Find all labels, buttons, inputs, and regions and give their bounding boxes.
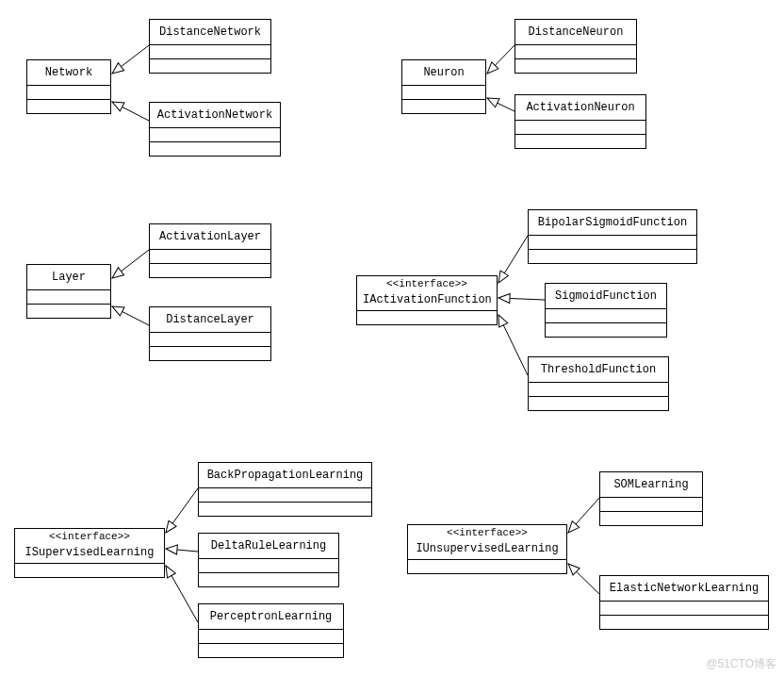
- ops-section: [600, 616, 768, 629]
- stereotype: <<interface>>: [15, 529, 164, 542]
- svg-line-8: [498, 315, 528, 375]
- ops-section: [529, 397, 668, 410]
- attrs-section: [27, 290, 110, 305]
- svg-line-10: [166, 549, 198, 552]
- class-neuron: Neuron: [401, 59, 486, 114]
- class-threshold: ThresholdFunction: [528, 356, 669, 411]
- class-name: Network: [27, 60, 110, 86]
- class-name: ElasticNetworkLearning: [600, 576, 768, 602]
- class-name: BipolarSigmoidFunction: [529, 210, 696, 236]
- class-distance-neuron: DistanceNeuron: [514, 19, 637, 74]
- ops-section: [546, 323, 666, 337]
- attrs-section: [199, 630, 343, 644]
- class-name: BackPropagationLearning: [199, 463, 371, 488]
- class-distance-layer: DistanceLayer: [149, 306, 271, 361]
- class-som: SOMLearning: [599, 471, 703, 526]
- class-deltarule: DeltaRuleLearning: [198, 533, 339, 587]
- ops-section: [150, 142, 280, 156]
- class-name: DistanceLayer: [150, 307, 270, 333]
- ops-section: [408, 560, 566, 573]
- class-name: PerceptronLearning: [199, 604, 343, 630]
- attrs-section: [150, 250, 270, 264]
- ops-section: [199, 503, 371, 516]
- class-name: ThresholdFunction: [529, 357, 668, 383]
- class-name: ISupervisedLearning: [15, 542, 164, 564]
- svg-line-12: [568, 498, 599, 533]
- interface-activation-function: <<interface>> IActivationFunction: [356, 275, 498, 325]
- attrs-section: [515, 45, 636, 59]
- class-name: DistanceNeuron: [515, 20, 636, 45]
- stereotype: <<interface>>: [357, 276, 497, 289]
- attrs-section: [150, 45, 270, 59]
- class-sigmoid: SigmoidFunction: [545, 283, 667, 338]
- svg-line-0: [112, 45, 149, 74]
- ops-section: [199, 573, 338, 586]
- class-name: Neuron: [402, 60, 485, 86]
- svg-line-1: [112, 102, 149, 121]
- interface-unsupervised-learning: <<interface>> IUnsupervisedLearning: [407, 524, 567, 574]
- class-name: SOMLearning: [600, 472, 702, 498]
- svg-line-7: [498, 298, 545, 300]
- ops-section: [515, 59, 636, 73]
- class-elastic: ElasticNetworkLearning: [599, 575, 769, 630]
- class-name: IUnsupervisedLearning: [408, 538, 566, 560]
- class-bipolar-sigmoid: BipolarSigmoidFunction: [528, 209, 697, 264]
- class-name: SigmoidFunction: [546, 284, 666, 309]
- svg-line-4: [112, 250, 149, 278]
- svg-line-3: [487, 98, 514, 111]
- attrs-section: [529, 236, 696, 250]
- ops-section: [15, 564, 164, 577]
- attrs-section: [529, 383, 668, 397]
- watermark: @51CTO博客: [706, 656, 776, 672]
- svg-line-9: [166, 488, 198, 533]
- attrs-section: [150, 128, 280, 142]
- ops-section: [150, 347, 270, 360]
- class-distance-network: DistanceNetwork: [149, 19, 271, 74]
- attrs-section: [27, 86, 110, 100]
- attrs-section: [600, 498, 702, 512]
- class-name: DistanceNetwork: [150, 20, 270, 45]
- class-perceptron: PerceptronLearning: [198, 603, 344, 658]
- attrs-section: [150, 333, 270, 347]
- class-activation-network: ActivationNetwork: [149, 102, 281, 157]
- ops-section: [529, 250, 696, 263]
- class-layer: Layer: [26, 264, 111, 319]
- class-network: Network: [26, 59, 111, 114]
- class-name: IActivationFunction: [357, 289, 497, 311]
- attrs-section: [402, 86, 485, 100]
- attrs-section: [199, 559, 338, 573]
- class-name: Layer: [27, 265, 110, 290]
- stereotype: <<interface>>: [408, 525, 566, 538]
- svg-line-11: [166, 566, 198, 622]
- svg-line-5: [112, 306, 149, 325]
- class-activation-layer: ActivationLayer: [149, 223, 271, 278]
- ops-section: [150, 59, 270, 73]
- ops-section: [27, 305, 110, 318]
- class-backprop: BackPropagationLearning: [198, 462, 372, 517]
- attrs-section: [515, 121, 645, 135]
- class-name: ActivationNeuron: [515, 95, 645, 121]
- interface-supervised-learning: <<interface>> ISupervisedLearning: [14, 528, 165, 578]
- class-activation-neuron: ActivationNeuron: [514, 94, 646, 149]
- ops-section: [402, 100, 485, 113]
- svg-line-6: [498, 236, 528, 283]
- attrs-section: [546, 309, 666, 323]
- ops-section: [199, 644, 343, 657]
- ops-section: [515, 135, 645, 148]
- ops-section: [150, 264, 270, 277]
- svg-line-2: [487, 45, 514, 74]
- svg-line-13: [568, 564, 599, 594]
- attrs-section: [600, 602, 768, 616]
- ops-section: [357, 311, 497, 324]
- ops-section: [600, 512, 702, 525]
- attrs-section: [199, 488, 371, 503]
- ops-section: [27, 100, 110, 113]
- class-name: ActivationLayer: [150, 224, 270, 250]
- class-name: ActivationNetwork: [150, 103, 280, 128]
- class-name: DeltaRuleLearning: [199, 534, 338, 559]
